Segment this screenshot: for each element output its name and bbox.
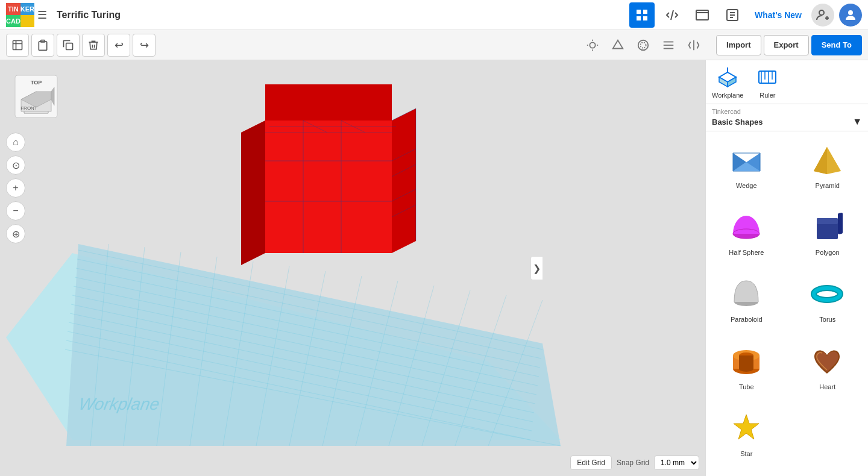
panel-category: Tinkercad Basic Shapes ▼ (706, 104, 868, 131)
undo-button[interactable]: ↩ (107, 34, 130, 57)
svg-point-101 (814, 288, 840, 300)
svg-marker-80 (728, 77, 736, 87)
bottom-bar: Edit Grid Snap Grid 1.0 mm 0.5 mm 2.0 mm (570, 456, 699, 470)
category-source: Tinkercad (712, 108, 862, 115)
torus-label: Torus (819, 316, 835, 323)
view-mirror-button[interactable] (682, 34, 705, 57)
svg-rect-97 (817, 218, 838, 224)
fit-view-button[interactable]: ⊙ (6, 155, 25, 175)
shape-half-sphere[interactable]: Half Sphere (706, 203, 787, 270)
import-button[interactable]: Import (716, 35, 761, 55)
category-dropdown[interactable]: Basic Shapes ▼ (712, 116, 862, 127)
snap-grid-label: Snap Grid (617, 459, 649, 467)
svg-rect-107 (739, 355, 753, 369)
svg-rect-4 (696, 10, 708, 20)
shape-tube[interactable]: Tube (706, 337, 787, 404)
ruler-icon (755, 65, 779, 89)
redo-button[interactable]: ↪ (133, 34, 156, 57)
svg-text:Workplane: Workplane (77, 394, 161, 413)
project-title: Terrific Turing (57, 10, 624, 20)
shape-star[interactable]: Star (706, 404, 787, 471)
view-circle-button[interactable] (632, 34, 655, 57)
shape-pyramid[interactable]: Pyramid (787, 136, 869, 203)
heart-icon (810, 343, 846, 380)
delete-button[interactable] (82, 34, 105, 57)
shape-torus[interactable]: Torus (787, 270, 869, 337)
perspective-button[interactable]: ⊕ (6, 224, 25, 243)
snap-grid-select[interactable]: 1.0 mm 0.5 mm 2.0 mm (654, 456, 699, 470)
projects-button[interactable] (690, 2, 715, 28)
half-sphere-label: Half Sphere (729, 249, 764, 256)
workplane-icon (715, 65, 740, 89)
tube-icon (728, 343, 764, 380)
half-sphere-icon (728, 209, 764, 245)
svg-marker-54 (265, 121, 392, 253)
pyramid-icon (810, 142, 846, 178)
workplane-tool[interactable]: Workplane (712, 65, 743, 99)
whats-new-button[interactable]: What's New (750, 10, 807, 20)
zoom-out-button[interactable]: − (6, 201, 25, 221)
view-shapes-button[interactable] (606, 34, 629, 57)
paraboloid-label: Paraboloid (731, 316, 763, 323)
view-align-button[interactable] (657, 34, 680, 57)
polygon-label: Polygon (816, 249, 840, 256)
ruler-tool[interactable]: Ruler (755, 65, 779, 99)
toolbar: ↩ ↪ Import Export Send To (0, 30, 868, 60)
workplane-svg: Workplane (0, 60, 705, 476)
add-user-button[interactable] (811, 4, 834, 27)
logo-cad-yellow (20, 15, 34, 27)
export-button[interactable]: Export (764, 35, 809, 55)
svg-text:FRONT: FRONT (20, 105, 37, 111)
paraboloid-icon (728, 276, 764, 312)
shape-heart[interactable]: Heart (787, 337, 869, 404)
home-view-button[interactable]: ⌂ (6, 133, 25, 152)
send-to-button[interactable]: Send To (811, 35, 862, 55)
svg-rect-10 (39, 42, 46, 50)
scripts-button[interactable] (720, 2, 745, 28)
ruler-label: Ruler (760, 92, 775, 99)
svg-marker-93 (814, 147, 827, 174)
shape-polygon[interactable]: Polygon (787, 203, 869, 270)
canvas-area[interactable]: Workplane (0, 60, 705, 476)
view-cube[interactable]: TOP FRONT (12, 72, 60, 121)
torus-icon (810, 276, 846, 312)
tube-label: Tube (739, 383, 754, 390)
pyramid-label: Pyramid (816, 182, 840, 189)
svg-marker-51 (265, 84, 392, 121)
user-avatar[interactable] (839, 4, 862, 27)
svg-rect-11 (66, 43, 73, 49)
svg-point-7 (848, 10, 853, 15)
tinkercad-logo[interactable]: TIN KER CAD (6, 3, 30, 27)
shape-paraboloid[interactable]: Paraboloid (706, 270, 787, 337)
main-area: Workplane (0, 60, 868, 476)
svg-rect-3 (643, 16, 647, 20)
svg-rect-98 (838, 212, 843, 234)
edit-grid-button[interactable]: Edit Grid (570, 456, 612, 470)
svg-marker-108 (734, 415, 759, 439)
toggle-workplane-button[interactable] (6, 34, 29, 57)
view-lighting-button[interactable] (581, 34, 604, 57)
wedge-icon (728, 142, 764, 178)
panel-top: Workplane Ruler (706, 60, 868, 104)
svg-point-6 (819, 10, 824, 15)
grid-view-button[interactable] (629, 2, 655, 28)
polygon-icon (810, 209, 846, 245)
codeblocks-button[interactable] (659, 2, 685, 28)
shape-wedge[interactable]: Wedge (706, 136, 787, 203)
svg-point-95 (733, 229, 760, 239)
zoom-in-button[interactable]: + (6, 178, 25, 198)
wedge-label: Wedge (736, 182, 757, 189)
duplicate-button[interactable] (57, 34, 80, 57)
workplane-label: Workplane (712, 92, 743, 99)
logo-ker: KER (20, 3, 34, 15)
logo-cad-green: CAD (6, 15, 20, 27)
collapse-panel-button[interactable]: ❯ (530, 256, 542, 280)
shapes-grid: Wedge Pyramid (706, 131, 868, 476)
hamburger-menu-icon[interactable]: ☰ (37, 8, 47, 22)
svg-marker-79 (719, 77, 728, 87)
navbar: TIN KER CAD ☰ Terrific Turing What's New (0, 0, 868, 30)
svg-text:TOP: TOP (31, 80, 42, 86)
heart-label: Heart (819, 383, 835, 390)
paste-button[interactable] (31, 34, 54, 57)
svg-rect-8 (13, 40, 22, 49)
